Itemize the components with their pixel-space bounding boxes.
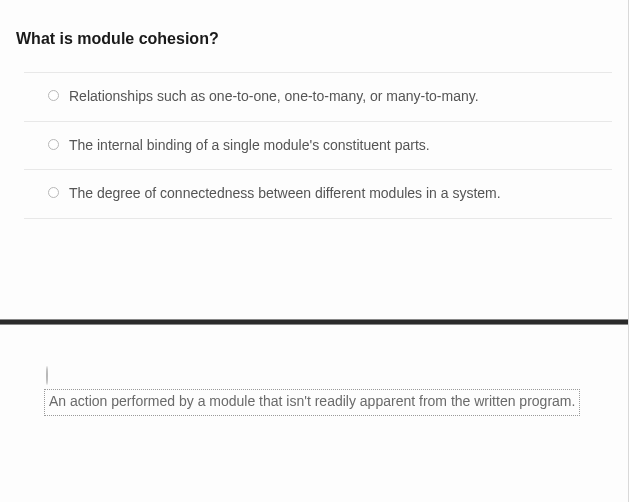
radio-icon[interactable] bbox=[48, 139, 59, 150]
option-text: The internal binding of a single module'… bbox=[69, 136, 430, 156]
option-text: The degree of connectedness between diff… bbox=[69, 184, 501, 204]
option-text: Relationships such as one-to-one, one-to… bbox=[69, 87, 479, 107]
radio-icon[interactable] bbox=[48, 90, 59, 101]
options-list: Relationships such as one-to-one, one-to… bbox=[0, 72, 628, 219]
option-row[interactable]: The degree of connectedness between diff… bbox=[24, 169, 612, 219]
option-row[interactable]: Relationships such as one-to-one, one-to… bbox=[24, 72, 612, 121]
option-text: An action performed by a module that isn… bbox=[49, 393, 575, 409]
question-title: What is module cohesion? bbox=[0, 0, 628, 72]
question2-area: An action performed by a module that isn… bbox=[0, 325, 628, 417]
option-row[interactable]: The internal binding of a single module'… bbox=[24, 121, 612, 170]
option-row[interactable] bbox=[44, 367, 612, 385]
radio-icon[interactable] bbox=[48, 187, 59, 198]
selected-option-box[interactable]: An action performed by a module that isn… bbox=[44, 389, 580, 417]
radio-icon[interactable] bbox=[46, 366, 48, 385]
quiz-panel: What is module cohesion? Relationships s… bbox=[0, 0, 629, 502]
